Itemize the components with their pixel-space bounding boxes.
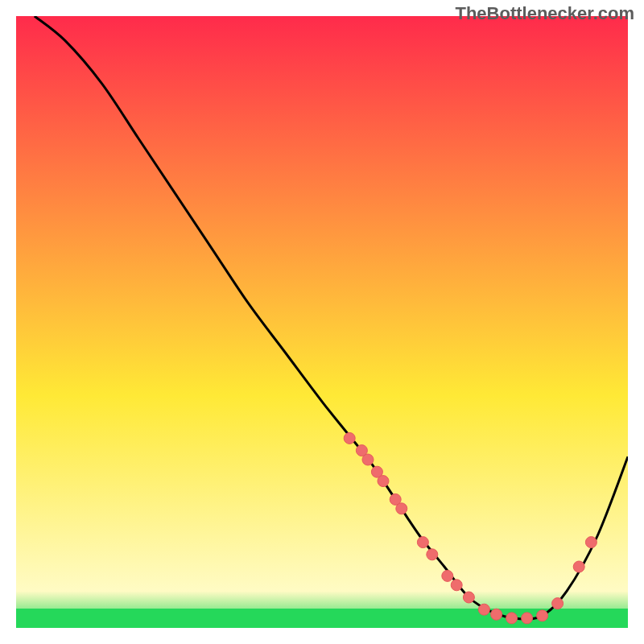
chart-plot [16, 16, 628, 628]
data-point [378, 476, 389, 487]
data-point [463, 592, 474, 603]
data-point [396, 503, 407, 514]
data-point [522, 613, 533, 624]
chart-svg [16, 16, 628, 628]
data-point [491, 609, 502, 620]
data-point [478, 604, 489, 615]
watermark-text: TheBottlenecker.com [455, 3, 634, 24]
data-point [442, 570, 453, 581]
data-point [552, 598, 564, 609]
data-point [506, 613, 518, 624]
data-point [537, 610, 548, 621]
data-point [573, 561, 584, 572]
data-point [417, 537, 428, 548]
data-point [585, 537, 597, 548]
data-point [427, 549, 438, 560]
data-point [451, 580, 462, 591]
data-point [362, 454, 374, 465]
gradient-background [16, 16, 628, 628]
data-point [344, 432, 355, 444]
